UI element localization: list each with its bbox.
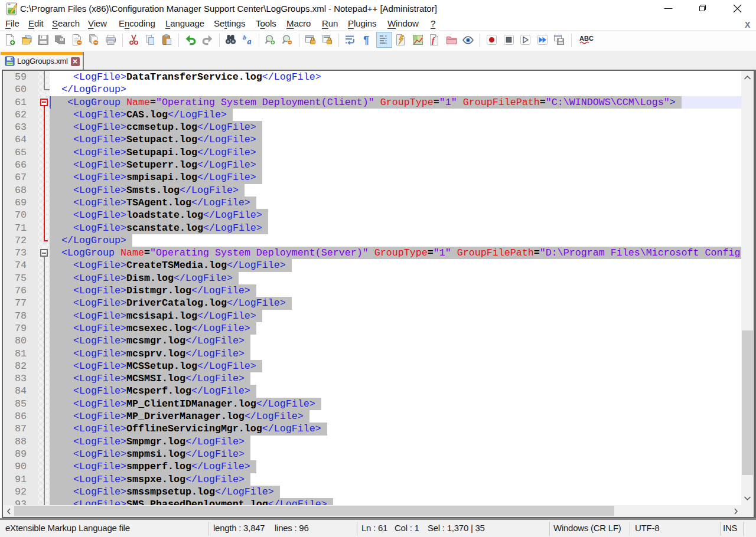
svg-text:ABC: ABC — [579, 35, 594, 42]
svg-text:a: a — [247, 37, 252, 46]
svg-text:b: b — [243, 34, 247, 41]
svg-text:¶: ¶ — [363, 34, 369, 46]
